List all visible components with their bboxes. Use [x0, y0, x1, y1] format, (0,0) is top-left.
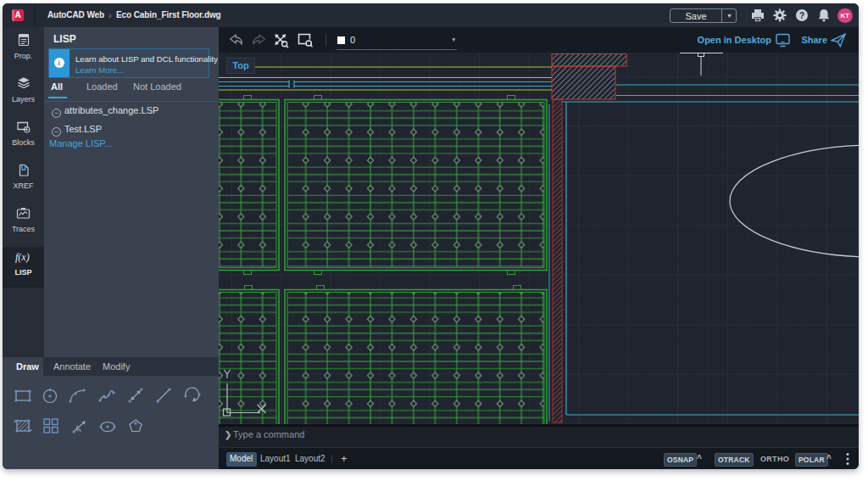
svg-text:?: ?: [799, 10, 804, 20]
svg-text:f(x): f(x): [15, 251, 30, 263]
